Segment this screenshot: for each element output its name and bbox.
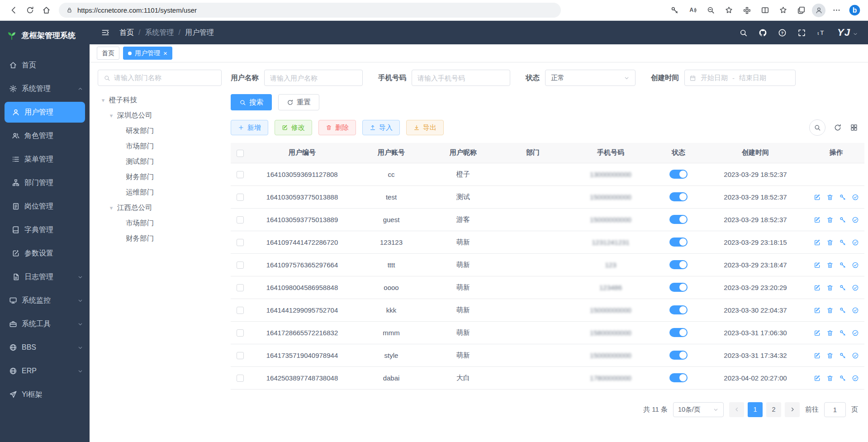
password-key-icon[interactable]	[667, 3, 682, 18]
sidebar-item[interactable]: 部门管理	[0, 171, 90, 195]
delete-icon[interactable]	[826, 239, 834, 246]
reset-password-icon[interactable]	[839, 216, 846, 223]
copilot-icon[interactable]	[847, 3, 862, 18]
split-screen-icon[interactable]	[758, 3, 772, 18]
browser-home-button[interactable]	[38, 2, 54, 19]
phone-input[interactable]	[412, 70, 510, 86]
tree-node[interactable]: ▾深圳总公司	[98, 108, 222, 123]
breadcrumb-item[interactable]: 系统管理	[145, 28, 174, 38]
row-checkbox[interactable]	[237, 261, 244, 269]
reload-button[interactable]	[22, 2, 38, 19]
search-button[interactable]: 搜索	[231, 94, 272, 110]
extensions-icon[interactable]	[740, 3, 754, 18]
breadcrumb-item[interactable]: 首页	[119, 28, 134, 38]
tree-node[interactable]: 财务部门	[98, 231, 222, 246]
username-input[interactable]	[264, 70, 363, 86]
status-toggle[interactable]	[669, 238, 688, 247]
assign-role-icon[interactable]	[852, 216, 859, 223]
reset-password-icon[interactable]	[839, 352, 846, 359]
fullscreen-icon[interactable]	[797, 29, 806, 37]
page-button[interactable]: 2	[766, 402, 781, 417]
page-button[interactable]: 1	[748, 402, 763, 417]
question-icon[interactable]	[778, 29, 787, 37]
edit-icon[interactable]	[814, 261, 821, 269]
sidebar-item[interactable]: 用户管理	[5, 102, 85, 123]
row-checkbox[interactable]	[237, 284, 244, 291]
row-checkbox[interactable]	[237, 352, 244, 359]
row-checkbox[interactable]	[237, 307, 244, 314]
edit-icon[interactable]	[814, 375, 821, 382]
reset-password-icon[interactable]	[839, 375, 846, 382]
delete-icon[interactable]	[826, 329, 834, 337]
reset-password-icon[interactable]	[839, 284, 846, 291]
assign-role-icon[interactable]	[852, 352, 859, 359]
address-bar[interactable]: https://ccnetcore.com:1101/system/user	[59, 3, 561, 18]
status-toggle[interactable]	[669, 305, 688, 314]
status-toggle[interactable]	[669, 283, 688, 292]
column-settings-button[interactable]	[850, 124, 858, 132]
row-checkbox[interactable]	[237, 375, 244, 382]
tree-node[interactable]: ▾橙子科技	[98, 92, 222, 108]
sidebar-item[interactable]: 系统工具	[0, 312, 90, 336]
tree-node[interactable]: 研发部门	[98, 123, 222, 138]
status-toggle[interactable]	[669, 260, 688, 269]
add-button[interactable]: 新增	[231, 120, 268, 135]
row-checkbox[interactable]	[237, 329, 244, 337]
tree-node[interactable]: 测试部门	[98, 154, 222, 169]
tab-item[interactable]: 首页	[97, 47, 119, 60]
select-all-checkbox[interactable]	[237, 150, 244, 157]
tab-item[interactable]: 用户管理×	[123, 47, 172, 60]
sidebar-item[interactable]: 首页	[0, 53, 90, 77]
zoom-icon[interactable]	[703, 3, 718, 18]
edit-icon[interactable]	[814, 284, 821, 291]
next-page-button[interactable]	[785, 402, 800, 417]
assign-role-icon[interactable]	[852, 239, 859, 246]
delete-button[interactable]: 删除	[318, 120, 356, 135]
read-aloud-icon[interactable]	[685, 3, 700, 18]
assign-role-icon[interactable]	[852, 375, 859, 382]
tree-node[interactable]: 市场部门	[98, 138, 222, 154]
sidebar-item[interactable]: 日志管理	[0, 265, 90, 289]
font-size-icon[interactable]	[817, 29, 825, 37]
tab-close-icon[interactable]: ×	[163, 50, 167, 57]
profile-avatar[interactable]	[812, 4, 825, 17]
reset-button[interactable]: 重置	[278, 94, 319, 110]
toggle-search-button[interactable]	[809, 119, 825, 136]
sidebar-item[interactable]: 岗位管理	[0, 195, 90, 218]
edit-icon[interactable]	[814, 216, 821, 223]
row-checkbox[interactable]	[237, 216, 244, 223]
row-checkbox[interactable]	[237, 194, 244, 201]
sidebar-item[interactable]: ERP	[0, 359, 90, 383]
page-size-select[interactable]: 10条/页	[673, 402, 724, 417]
tree-node[interactable]: 运维部门	[98, 185, 222, 200]
delete-icon[interactable]	[826, 352, 834, 359]
delete-icon[interactable]	[826, 194, 834, 201]
status-toggle[interactable]	[669, 328, 688, 337]
github-icon[interactable]	[759, 29, 767, 37]
status-toggle[interactable]	[669, 351, 688, 360]
reset-password-icon[interactable]	[839, 307, 846, 314]
import-button[interactable]: 导入	[362, 120, 400, 135]
sidebar-item[interactable]: Yi框架	[0, 383, 90, 406]
favorites-bar-icon[interactable]	[776, 3, 790, 18]
delete-icon[interactable]	[826, 216, 834, 223]
sidebar-item[interactable]: 系统管理	[0, 77, 90, 100]
delete-icon[interactable]	[826, 375, 834, 382]
assign-role-icon[interactable]	[852, 284, 859, 291]
reset-password-icon[interactable]	[839, 239, 846, 246]
edit-icon[interactable]	[814, 307, 821, 314]
back-button[interactable]	[5, 2, 22, 19]
delete-icon[interactable]	[826, 261, 834, 269]
edit-icon[interactable]	[814, 239, 821, 246]
sidebar-item[interactable]: 系统监控	[0, 289, 90, 312]
assign-role-icon[interactable]	[852, 307, 859, 314]
assign-role-icon[interactable]	[852, 261, 859, 269]
collapse-menu-button[interactable]	[100, 27, 111, 38]
reset-password-icon[interactable]	[839, 194, 846, 201]
date-range-picker[interactable]: 开始日期 - 结束日期	[684, 70, 796, 86]
user-menu[interactable]: YJ	[837, 28, 858, 38]
sidebar-item[interactable]: 参数设置	[0, 242, 90, 265]
refresh-table-button[interactable]	[834, 124, 842, 132]
collections-icon[interactable]	[794, 3, 808, 18]
goto-page-input[interactable]	[824, 402, 846, 417]
